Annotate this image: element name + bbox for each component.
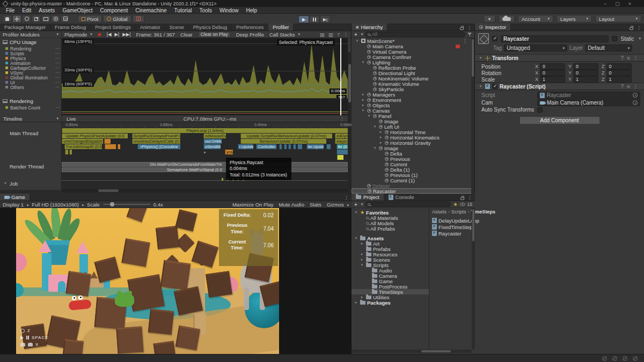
timeline-sample-ite-0-0[interactable]: ite (0.0 xyxy=(336,144,348,149)
timeline-sample-osendmou[interactable]: oSendMou xyxy=(203,144,221,149)
foldout-closed-icon[interactable]: ▸ xyxy=(378,130,383,134)
tab-scene[interactable]: Scene xyxy=(165,24,189,31)
project-item-game[interactable]: Game xyxy=(352,278,429,284)
next-frame-button[interactable]: ▶| xyxy=(115,32,120,37)
load-profile-icon[interactable]: ▤ xyxy=(320,32,325,38)
add-component-button[interactable]: Add Component xyxy=(519,116,600,124)
timeline-sample-behaviourupdate-0-07ms[interactable]: BehaviourUpdate (0.07ms) xyxy=(240,139,326,144)
tab-console[interactable]: Console xyxy=(384,194,419,201)
timeline-sample-scriptrundelayedfixedframer[interactable]: ScriptRunDelayedFixedFrameR xyxy=(132,134,181,138)
tab-project-settings[interactable]: Project Settings xyxy=(91,24,136,31)
component-enabled-checkbox[interactable] xyxy=(492,84,497,89)
slider-knob[interactable] xyxy=(110,202,114,206)
project-item-utilities[interactable]: ▸Utilities xyxy=(352,294,429,300)
cam-object-field[interactable]: Main Camera (Camera) xyxy=(537,99,640,106)
hierarchy-item-mainscene[interactable]: ▾MainScene*⋮ xyxy=(352,38,472,43)
kebab-menu-icon[interactable]: ⋮ xyxy=(463,38,467,43)
foldout-closed-icon[interactable]: ▸ xyxy=(360,241,364,246)
render-thread-label[interactable]: Render Thread xyxy=(10,164,44,169)
foldout-open-icon[interactable]: ▾ xyxy=(372,124,377,129)
timeline-sample-rphysics-coroutine[interactable]: rPhysics() [Coroutine xyxy=(137,144,180,149)
hand-tool-icon[interactable] xyxy=(3,15,12,23)
foldout-open-icon[interactable]: ▾ xyxy=(354,236,358,240)
project-search-input[interactable] xyxy=(365,202,451,207)
menu-item-help[interactable]: Help xyxy=(243,8,261,13)
foldout-arrow-icon[interactable]: ▾ xyxy=(478,56,483,60)
call-stacks-dropdown[interactable]: Call Stacks ▾ xyxy=(267,31,303,38)
menu-item-tutorial[interactable]: Tutorial xyxy=(171,8,196,13)
menu-item-cinemachine[interactable]: Cinemachine xyxy=(131,8,170,13)
tab-frame-debug[interactable]: Frame Debug xyxy=(50,24,91,31)
deep-profile-toggle[interactable]: Deep Profile xyxy=(236,32,264,38)
chevron-down-icon[interactable]: ▾ xyxy=(639,36,641,41)
grid-snap-button[interactable] xyxy=(133,15,144,23)
hierarchy-search-input[interactable]: All xyxy=(365,32,465,37)
project-item-packages[interactable]: ▸Packages xyxy=(352,300,429,305)
file-delayupdateloop[interactable]: DelayUpdateLoop xyxy=(432,217,472,224)
hierarchy-item-canvas[interactable]: ▾Canvas xyxy=(352,108,472,113)
foldout-open-icon[interactable]: ▾ xyxy=(372,146,377,150)
static-checkbox[interactable] xyxy=(612,36,617,41)
help-icon[interactable]: ? xyxy=(337,32,340,38)
foldout-closed-icon[interactable]: ▸ xyxy=(361,92,365,97)
display-dropdown[interactable]: Display 1 ▾ xyxy=(3,202,28,208)
hierarchy-item-reflection-probe[interactable]: Reflection Probe xyxy=(352,65,472,70)
create-plus-button[interactable]: + xyxy=(354,32,357,38)
gameobject-name-field[interactable]: Raycaster xyxy=(501,35,609,42)
raycaster-component-header[interactable]: ▾ Raycaster (Script) ? ≡ ⋮ xyxy=(475,83,644,90)
scale-y-field[interactable]: 1 xyxy=(573,76,598,83)
foldout-open-icon[interactable]: ▾ xyxy=(360,263,364,267)
project-item-assets[interactable]: ▾Assets xyxy=(352,235,429,241)
foldout-open-icon[interactable]: ▾ xyxy=(361,60,365,64)
timeline-sample[interactable] xyxy=(105,144,116,149)
foldout-closed-icon[interactable]: ▸ xyxy=(360,295,364,299)
object-picker-icon[interactable] xyxy=(633,93,638,98)
timeline-mode-dropdown[interactable]: Timeline ▾ xyxy=(0,116,62,122)
timeline-sample-playerloop-1-64ms[interactable]: PlayerLoop (1.64ms) xyxy=(62,128,348,133)
refresh-status-icon[interactable] xyxy=(623,356,627,361)
layout-dropdown[interactable]: Layout ▾ xyxy=(595,15,641,23)
chevron-down-icon[interactable]: ▾ xyxy=(361,32,363,36)
hierarchy-item-managers[interactable]: ▸Managers xyxy=(352,92,472,97)
profiler-vertical-scrollbar[interactable] xyxy=(348,52,352,208)
hierarchy-item-image[interactable]: ▾Image xyxy=(352,145,472,151)
scrollbar-thumb[interactable] xyxy=(98,189,119,192)
progress-status-icon[interactable] xyxy=(633,356,638,361)
active-checkbox[interactable] xyxy=(492,36,497,41)
job-thread-label[interactable]: Job xyxy=(10,181,18,187)
project-item-timesteps[interactable]: TimeSteps xyxy=(352,289,429,294)
scrollbar-thumb[interactable] xyxy=(348,64,351,102)
menu-item-gameobject[interactable]: GameObject xyxy=(58,8,96,13)
menu-item-assets[interactable]: Assets xyxy=(35,8,58,13)
position-x-field[interactable]: 0 xyxy=(540,63,565,70)
timeline-sample-update-scriptrunbehaviourupdate-0-07ms[interactable]: Update.ScriptRunBehaviourUpdate (0.07ms) xyxy=(240,134,332,138)
pivot-toggle[interactable]: Pivot xyxy=(78,15,102,23)
object-picker-icon[interactable] xyxy=(633,100,638,105)
timeline-sample-ormchangeddispatch-0[interactable]: ormChangedDispatch (0. xyxy=(62,139,103,144)
legend-item-garbagecollector[interactable]: GarbageCollector xyxy=(0,65,61,70)
legend-item-batches-count[interactable]: Batches Count xyxy=(0,105,61,110)
hierarchy-scrollbar[interactable] xyxy=(471,38,474,194)
resolution-dropdown[interactable]: Full HD (1920x1080) ▾ xyxy=(32,202,84,208)
kebab-menu-icon[interactable]: ⋮ xyxy=(343,32,348,37)
record-button[interactable] xyxy=(95,31,104,38)
timeline-sample-our-onmou[interactable]: our.OnMou xyxy=(203,139,222,144)
lock-icon[interactable] xyxy=(460,197,464,200)
project-item-all-materials[interactable]: All Materials xyxy=(352,215,429,220)
foldout-arrow-icon[interactable]: ▾ xyxy=(478,84,483,88)
transform-component-header[interactable]: ▾ Transform ? ≡ ⋮ xyxy=(475,54,644,62)
foldout-closed-icon[interactable]: ▸ xyxy=(361,98,365,102)
project-item-resources[interactable]: ▸Resources xyxy=(352,252,429,257)
foldout-closed-icon[interactable]: ▸ xyxy=(378,135,383,139)
layer-dropdown[interactable]: Default ▾ xyxy=(585,45,632,51)
project-item-prefabs[interactable]: Prefabs xyxy=(352,246,429,252)
tab-hierarchy[interactable]: ≡ Hierarchy xyxy=(352,24,387,31)
timeline-sample[interactable] xyxy=(288,144,291,149)
rotate-tool-icon[interactable] xyxy=(22,15,31,23)
timeline-sample-forjobgroupid-0-02[interactable]: ForJobGroupID (0.02 xyxy=(64,144,101,149)
scrollbar-thumb[interactable] xyxy=(421,350,451,352)
scrollbar-thumb[interactable] xyxy=(472,209,474,241)
job-sample[interactable] xyxy=(222,178,223,181)
move-tool-icon[interactable] xyxy=(12,15,21,23)
rotation-y-field[interactable]: 0 xyxy=(573,70,598,76)
